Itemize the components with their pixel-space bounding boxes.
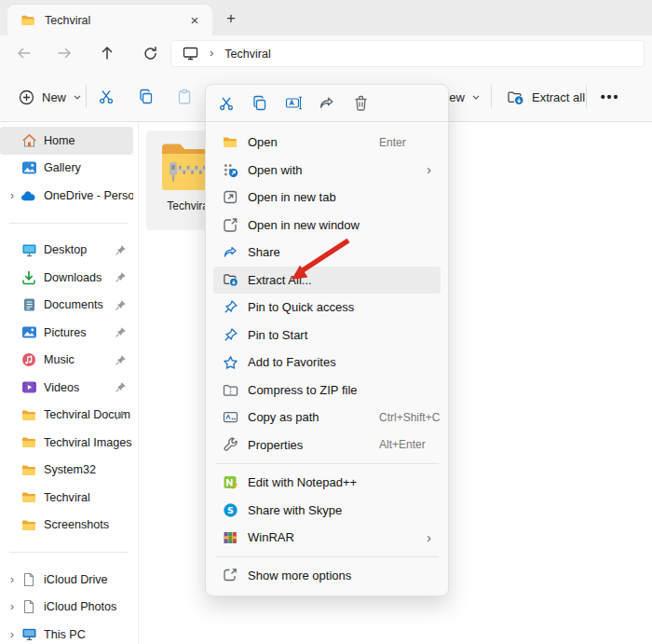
chevron-right-icon[interactable]: › [6,573,19,586]
copy-path-icon [223,410,238,424]
menu-item-properties[interactable]: PropertiesAlt+Enter [213,432,441,459]
onedrive-icon [20,190,37,201]
tab-techviral[interactable]: Techviral × [7,5,212,35]
sidebar-item-techviral-images[interactable]: Techviral Images [0,429,133,457]
tab-close-icon[interactable]: × [184,10,205,31]
sidebar-item-techviral-docum[interactable]: Techviral Docum [0,402,133,430]
sidebar-item-label: Videos [44,381,79,394]
menu-item-pin-to-start[interactable]: Pin to Start [213,322,441,349]
sidebar-item-downloads[interactable]: Downloads [0,264,133,292]
menu-item-show-more-options[interactable]: Show more options [213,562,441,590]
share-icon[interactable] [314,90,340,116]
toolbar-separator [86,85,87,108]
this-pc-icon [183,47,198,61]
sidebar-item-label: iCloud Drive [44,573,108,586]
chevron-right-icon[interactable]: › [6,189,19,202]
menu-item-open-in-new-window[interactable]: Open in new window [213,212,441,240]
sidebar-item-label: iCloud Photos [44,600,116,613]
sidebar-item-music[interactable]: Music [0,347,133,375]
copy-icon[interactable] [247,90,273,116]
sidebar-item-label: Documents [44,298,103,311]
menu-item-share[interactable]: Share [213,239,441,267]
menu-item-label: Share [248,245,280,259]
sidebar-item-system32[interactable]: System32 [0,457,133,485]
cut-icon[interactable] [213,90,239,116]
sidebar-item-documents[interactable]: Documents [0,292,133,320]
menu-item-open-with[interactable]: Open with› [213,157,441,185]
menu-item-label: WinRAR [248,530,294,544]
context-menu: OpenEnterOpen with›Open in new tabOpen i… [205,84,449,596]
paste-icon[interactable] [170,83,198,111]
menu-item-copy-as-path[interactable]: Copy as pathCtrl+Shift+C [213,404,441,432]
pane-divider [138,122,139,644]
sidebar-item-videos[interactable]: Videos [0,374,133,402]
menu-item-label: Properties [248,438,303,452]
sidebar-item-onedrive-persona[interactable]: ›OneDrive - Persona [0,182,133,210]
menu-item-share-with-skype[interactable]: SShare with Skype [213,497,441,525]
menu-item-winrar[interactable]: WinRAR› [213,524,441,552]
sidebar-item-label: OneDrive - Persona [44,189,133,202]
see-more-icon[interactable]: ••• [594,83,626,111]
menu-item-label: Share with Skype [248,503,342,517]
new-button[interactable]: New [13,83,88,111]
forward-icon[interactable] [48,39,80,67]
sidebar-item-label: Techviral Images [44,436,132,449]
refresh-icon[interactable] [134,39,166,67]
sidebar-item-this-pc[interactable]: ›This PC [0,621,133,644]
sidebar-item-techviral[interactable]: Techviral [0,484,133,512]
pictures-icon [20,325,37,339]
new-tab-icon [223,189,238,205]
menu-item-extract-all[interactable]: Extract All... [213,267,441,295]
rename-icon[interactable] [280,90,306,116]
sidebar-item-label: Desktop [44,243,87,256]
home-icon [20,133,37,148]
menu-item-compress-to-zip-file[interactable]: Compress to ZIP file [213,377,441,404]
sidebar-item-home[interactable]: Home [0,127,133,155]
pin-icon [115,326,127,338]
copy-icon[interactable] [132,83,160,111]
svg-text:S: S [227,505,234,515]
pin-icon [115,244,127,256]
menu-item-open[interactable]: OpenEnter [213,129,441,157]
pin-blue-icon [223,299,238,315]
sidebar-item-label: System32 [44,463,96,476]
sidebar-item-gallery[interactable]: Gallery [0,155,133,183]
extract-all-button[interactable]: Extract all [501,83,591,111]
sidebar-item-pictures[interactable]: Pictures [0,319,133,347]
sidebar-item-icloud-drive[interactable]: ›iCloud Drive [0,566,133,594]
pin-icon [115,299,127,311]
sidebar-item-desktop[interactable]: Desktop [0,237,133,265]
new-circle-plus-icon [19,89,34,105]
back-icon[interactable] [8,39,40,67]
menu-item-pin-to-quick-access[interactable]: Pin to Quick access [213,294,441,322]
pin-icon [115,354,127,366]
chevron-right-icon[interactable]: › [6,628,19,641]
menu-item-edit-with-notepad[interactable]: Edit with Notepad++ [213,469,441,497]
navigation-bar: › Techviral [0,35,652,71]
menu-item-open-in-new-tab[interactable]: Open in new tab [213,184,441,212]
notepadpp-icon [223,474,238,490]
delete-icon[interactable] [347,90,374,116]
menu-item-label: Edit with Notepad++ [248,475,357,489]
toolbar-separator [491,85,492,108]
sidebar-item-screenshots[interactable]: Screenshots [0,512,133,540]
chevron-down-icon [73,92,82,102]
music-icon [20,352,37,367]
menu-item-label: Pin to Start [248,328,307,342]
menu-item-add-to-favorites[interactable]: Add to Favorites [213,349,441,377]
up-icon[interactable] [91,39,123,67]
sidebar-item-label: This PC [44,628,86,641]
extract-all-icon [507,89,524,105]
breadcrumb-location[interactable]: Techviral [224,48,270,61]
cut-icon[interactable] [92,83,120,111]
extract-icon [223,272,238,287]
desktop-icon [20,243,37,257]
open-icon [223,135,238,149]
menu-item-shortcut: Ctrl+Shift+C [379,411,440,424]
sidebar-item-label: Screenshots [44,518,109,531]
chevron-right-icon[interactable]: › [6,600,19,613]
sidebar-item-icloud-photos[interactable]: ›iCloud Photos [0,594,133,622]
new-tab-button[interactable]: + [220,7,242,30]
share-blue-icon [223,244,238,260]
address-bar[interactable]: › Techviral [170,40,645,67]
